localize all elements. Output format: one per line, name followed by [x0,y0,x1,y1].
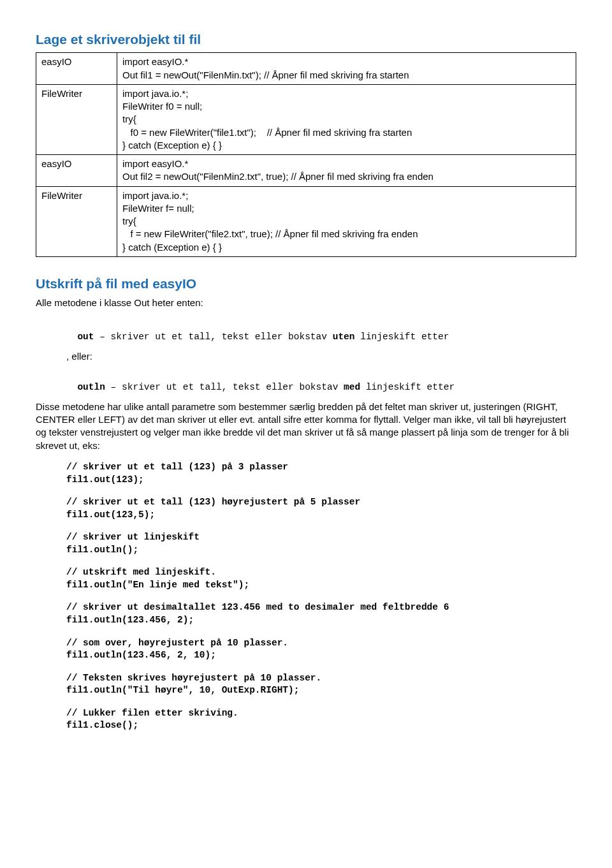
example-statement: fil1.outln("En linje med tekst"); [66,579,576,592]
row-label: easyIO [36,155,117,187]
intro-text: Alle metodene i klasse Out heter enten: [36,297,576,309]
section-title-2: Utskrift på fil med easyIO [36,275,576,293]
example-comment: // som over, høyrejustert på 10 plasser. [66,637,576,650]
example-statement: fil1.outln(123.456, 2, 10); [66,649,576,662]
table-row: easyIO import easyIO.* Out fil2 = newOut… [36,155,576,187]
outln-text: – skriver ut et tall, tekst eller boksta… [105,382,344,392]
section-title-1: Lage et skriverobjekt til fil [36,31,576,48]
example-statement: fil1.outln(); [66,544,576,557]
outln-bold: med [344,382,360,392]
example-block: // skriver ut et tall (123) på 3 plasser… [66,461,576,486]
outln-keyword: outln [77,382,105,392]
example-block: // utskrift med linjeskift. fil1.outln("… [66,566,576,591]
row-code: import easyIO.* Out fil1 = newOut("Filen… [117,53,576,85]
paragraph-text: Disse metodene har ulike antall parametr… [36,401,576,452]
example-statement: fil1.outln("Til høyre", 10, OutExp.RIGHT… [66,684,576,697]
row-label: easyIO [36,53,117,85]
eller-text: , eller: [66,350,576,363]
code-block: import easyIO.* Out fil2 = newOut("Filen… [122,158,571,184]
example-comment: // skriver ut desimaltallet 123.456 med … [66,601,576,614]
example-statement: fil1.outln(123.456, 2); [66,614,576,627]
example-block: // skriver ut et tall (123) høyrejustert… [66,496,576,521]
row-label: FileWriter [36,84,117,154]
example-comment: // Lukker filen etter skriving. [66,707,576,720]
out-bold: uten [333,332,355,342]
out-description: out – skriver ut et tall, tekst eller bo… [66,318,576,343]
table-row: FileWriter import java.io.*; FileWriter … [36,186,576,256]
example-statement: fil1.out(123,5); [66,509,576,522]
code-block: import java.io.*; FileWriter f0 = null; … [122,87,571,152]
example-statement: fil1.close(); [66,719,576,732]
table-row: FileWriter import java.io.*; FileWriter … [36,84,576,154]
out-end: linjeskift etter [355,332,449,342]
example-comment: // skriver ut linjeskift [66,531,576,544]
outln-description: outln – skriver ut et tall, tekst eller … [66,369,576,394]
example-block: // skriver ut linjeskift fil1.outln(); [66,531,576,556]
code-table-1: easyIO import easyIO.* Out fil1 = newOut… [36,52,576,257]
example-block: // skriver ut desimaltallet 123.456 med … [66,601,576,626]
example-comment: // Teksten skrives høyrejustert på 10 pl… [66,672,576,685]
table-row: easyIO import easyIO.* Out fil1 = newOut… [36,53,576,85]
outln-end: linjeskift etter [360,382,455,392]
out-keyword: out [77,332,94,342]
example-block: // Lukker filen etter skriving. fil1.clo… [66,707,576,732]
row-code: import java.io.*; FileWriter f= null; tr… [117,186,576,256]
example-comment: // utskrift med linjeskift. [66,566,576,579]
code-examples: // skriver ut et tall (123) på 3 plasser… [66,461,576,732]
code-block: import java.io.*; FileWriter f= null; tr… [122,189,571,254]
example-comment: // skriver ut et tall (123) på 3 plasser [66,461,576,474]
row-label: FileWriter [36,186,117,256]
row-code: import java.io.*; FileWriter f0 = null; … [117,84,576,154]
example-comment: // skriver ut et tall (123) høyrejustert… [66,496,576,509]
row-code: import easyIO.* Out fil2 = newOut("Filen… [117,155,576,187]
out-text: – skriver ut et tall, tekst eller boksta… [94,332,333,342]
example-statement: fil1.out(123); [66,474,576,487]
example-block: // som over, høyrejustert på 10 plasser.… [66,637,576,662]
example-block: // Teksten skrives høyrejustert på 10 pl… [66,672,576,697]
code-block: import easyIO.* Out fil1 = newOut("Filen… [122,55,571,82]
